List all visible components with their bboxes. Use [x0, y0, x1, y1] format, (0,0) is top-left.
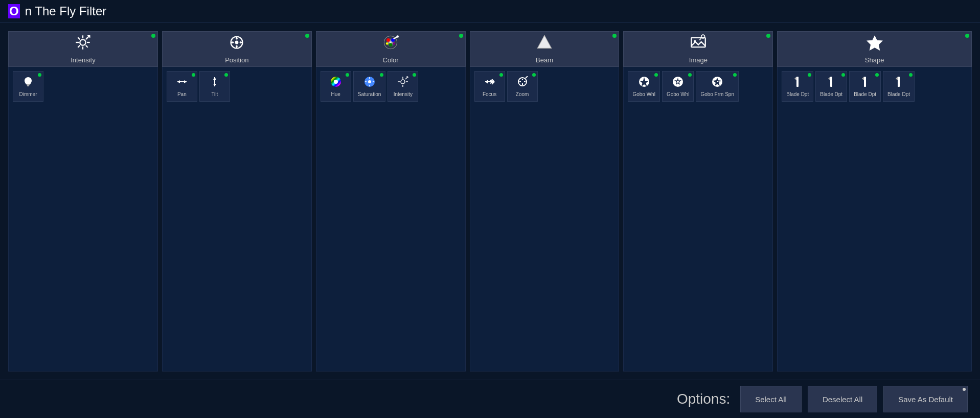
select-all-button[interactable]: Select All: [740, 386, 802, 412]
category-header-shape[interactable]: Shape: [777, 31, 972, 67]
item-btn-blade-dpt3[interactable]: Blade Dpt: [849, 71, 881, 102]
svg-point-40: [334, 80, 338, 84]
svg-marker-29: [213, 84, 216, 86]
svg-marker-88: [896, 77, 898, 80]
hue-icon: [330, 76, 341, 90]
intensity2-icon: [397, 76, 408, 90]
item-btn-gobo-whl1[interactable]: Gobo Whl: [628, 71, 659, 102]
save-as-default-button[interactable]: Save As Default: [883, 386, 968, 412]
bottom-bar: Options: Select All Deselect All Save As…: [0, 380, 980, 418]
svg-line-72: [699, 38, 701, 40]
svg-point-15: [236, 41, 238, 44]
item-btn-focus[interactable]: Focus: [474, 71, 505, 102]
svg-marker-80: [867, 35, 883, 51]
item-btn-tilt[interactable]: Tilt: [199, 71, 230, 102]
svg-line-5: [86, 45, 88, 48]
svg-marker-28: [213, 77, 216, 80]
gobo-whl2-icon: [672, 76, 683, 90]
beam-icon: [536, 34, 553, 54]
status-dot: [459, 34, 463, 38]
svg-rect-13: [27, 85, 29, 86]
item-btn-blade-dpt1[interactable]: Blade Dpt: [782, 71, 813, 102]
status-dot: [151, 34, 155, 38]
panel-image: Image Gobo Whl Gobo Whl Gobo Frm Spn: [623, 31, 773, 371]
category-header-position[interactable]: Position: [162, 31, 312, 67]
category-header-image[interactable]: Image: [623, 31, 773, 67]
svg-marker-55: [537, 35, 551, 48]
category-header-color[interactable]: Color: [316, 31, 466, 67]
category-header-intensity[interactable]: Intensity: [8, 31, 158, 67]
shape-icon: [867, 34, 883, 54]
svg-point-38: [397, 35, 399, 38]
item-status-dot: [38, 73, 41, 77]
saturation-icon: [364, 76, 375, 90]
svg-marker-58: [485, 80, 488, 84]
item-btn-blade-dpt2[interactable]: Blade Dpt: [815, 71, 847, 102]
item-label-gobo-whl2: Gobo Whl: [667, 91, 689, 97]
item-label-blade-dpt1: Blade Dpt: [786, 91, 809, 97]
pan-icon: [176, 76, 188, 90]
item-status-dot: [909, 73, 913, 77]
main-content: Intensity Dimmer Position Pan: [0, 23, 980, 380]
title-bar: On The Fly Filter: [8, 4, 106, 18]
item-status-dot: [733, 73, 737, 77]
item-status-dot: [346, 73, 349, 77]
item-btn-hue[interactable]: Hue: [321, 71, 351, 102]
svg-marker-25: [177, 80, 180, 83]
item-btn-gobo-whl2[interactable]: Gobo Whl: [662, 71, 694, 102]
status-dot: [305, 34, 309, 38]
category-label-image: Image: [689, 56, 708, 64]
panel-color: Color Hue: [316, 31, 466, 371]
item-status-dot: [875, 73, 879, 77]
svg-point-77: [677, 81, 679, 83]
item-btn-saturation[interactable]: Saturation: [353, 71, 386, 102]
svg-rect-87: [898, 77, 900, 87]
item-btn-intensity2[interactable]: Intensity: [388, 71, 418, 102]
item-status-dot: [380, 73, 383, 77]
deselect-all-button[interactable]: Deselect All: [808, 386, 877, 412]
zoom-icon: [517, 76, 528, 90]
item-btn-gobo-frm-spn[interactable]: Gobo Frm Spn: [696, 71, 739, 102]
item-status-dot: [841, 73, 845, 77]
category-label-position: Position: [225, 56, 248, 64]
category-header-beam[interactable]: Beam: [470, 31, 620, 67]
category-label-beam: Beam: [536, 56, 553, 64]
category-label-intensity: Intensity: [71, 56, 95, 64]
item-label-focus: Focus: [483, 91, 496, 97]
item-label-intensity2: Intensity: [394, 91, 413, 97]
gobo-frm-spn-icon: [712, 76, 723, 90]
svg-line-4: [78, 37, 80, 39]
tilt-icon: [209, 76, 220, 90]
item-label-zoom: Zoom: [516, 91, 529, 97]
svg-rect-81: [796, 77, 799, 87]
item-btn-zoom[interactable]: Zoom: [507, 71, 538, 102]
svg-marker-84: [828, 77, 830, 80]
dimmer-icon: [22, 76, 34, 90]
svg-marker-26: [184, 80, 187, 83]
blade-dpt2-icon: [826, 76, 837, 90]
svg-rect-85: [864, 77, 866, 87]
svg-marker-82: [794, 77, 796, 80]
panel-intensity: Intensity Dimmer: [8, 31, 158, 371]
item-status-dot: [808, 73, 811, 77]
page-title: n The Fly Filter: [25, 4, 107, 18]
item-label-pan: Pan: [177, 91, 187, 97]
status-dot: [766, 34, 770, 38]
item-label-dimmer: Dimmer: [19, 91, 37, 97]
svg-line-52: [405, 77, 408, 79]
item-btn-pan[interactable]: Pan: [167, 71, 197, 102]
item-btn-blade-dpt4[interactable]: Blade Dpt: [883, 71, 915, 102]
svg-point-51: [401, 80, 405, 84]
item-status-dot: [654, 73, 658, 77]
items-area-shape: Blade Dpt Blade Dpt Blade Dpt Blade Dpt: [777, 67, 972, 371]
status-dot: [612, 34, 617, 38]
svg-point-42: [368, 80, 371, 83]
panel-beam: Beam Focus Zoom: [470, 31, 620, 371]
item-btn-dimmer[interactable]: Dimmer: [13, 71, 43, 102]
svg-point-34: [389, 43, 393, 47]
items-area-beam: Focus Zoom: [470, 67, 620, 371]
svg-point-35: [386, 42, 389, 45]
item-status-dot: [192, 73, 195, 77]
svg-point-8: [80, 39, 86, 45]
svg-point-32: [386, 38, 390, 42]
